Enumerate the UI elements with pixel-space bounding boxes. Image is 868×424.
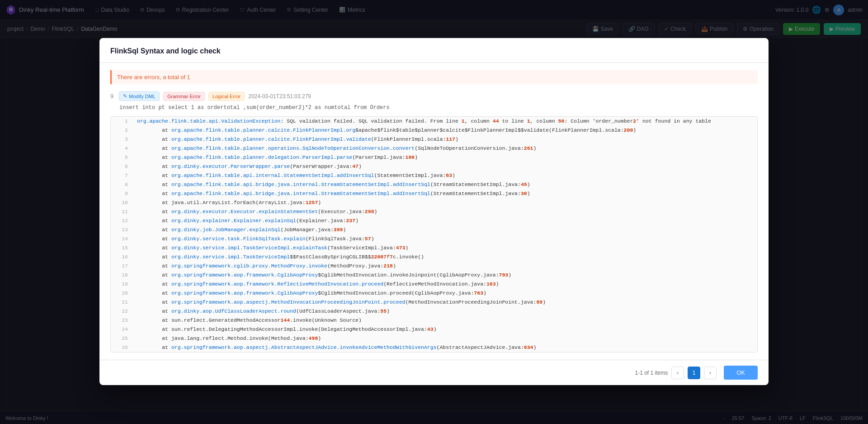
stack-line: 14 at org.dinky.service.task.FlinkSqlTas… bbox=[111, 234, 757, 243]
line-number: 23 bbox=[111, 316, 133, 325]
check-result-modal: FlinkSql Syntax and logic check There ar… bbox=[99, 38, 769, 385]
line-content: at org.apache.flink.table.api.bridge.jav… bbox=[133, 180, 757, 189]
line-content: at org.dinky.service.task.FlinkSqlTask.e… bbox=[133, 234, 757, 243]
stack-trace-container: 1org.apache.flink.table.api.ValidationEx… bbox=[110, 116, 758, 353]
line-content: at org.springframework.aop.aspectj.Metho… bbox=[133, 298, 757, 307]
line-number: 25 bbox=[111, 334, 133, 343]
ok-button[interactable]: OK bbox=[724, 366, 758, 380]
line-number: 15 bbox=[111, 243, 133, 252]
stack-line: 25 at java.lang.reflect.Method.invoke(Me… bbox=[111, 334, 757, 343]
stack-line: 5 at org.apache.flink.table.planner.dele… bbox=[111, 153, 757, 162]
error-summary: There are errors, a total of 1 bbox=[110, 70, 758, 84]
error-item-header: 9 ✎ Modify DML Grammar Error Logical Err… bbox=[110, 91, 758, 101]
line-number: 9 bbox=[111, 189, 133, 198]
stack-line: 24 at sun.reflect.DelegatingMethodAccess… bbox=[111, 325, 757, 334]
line-content: at org.apache.flink.table.planner.delega… bbox=[133, 153, 757, 162]
line-number: 1 bbox=[111, 117, 133, 126]
logical-error-badge[interactable]: Logical Error bbox=[208, 92, 245, 101]
line-number: 14 bbox=[111, 234, 133, 243]
prev-page-button[interactable]: ‹ bbox=[671, 367, 684, 379]
line-number: 7 bbox=[111, 171, 133, 180]
stack-line: 16 at org.dinky.service.impl.TaskService… bbox=[111, 252, 757, 262]
line-content: at org.springframework.aop.framework.Cgl… bbox=[133, 271, 757, 280]
line-number: 2 bbox=[111, 126, 133, 135]
stack-line: 7 at org.apache.flink.table.api.internal… bbox=[111, 171, 757, 180]
line-number: 16 bbox=[111, 252, 133, 262]
line-content: at org.dinky.executor.ParserWrapper.pars… bbox=[133, 162, 757, 171]
stack-line: 10 at java.util.ArrayList.forEach(ArrayL… bbox=[111, 198, 757, 207]
modal-header: FlinkSql Syntax and logic check bbox=[99, 38, 769, 63]
line-number: 4 bbox=[111, 144, 133, 153]
line-number: 10 bbox=[111, 198, 133, 207]
line-number: 13 bbox=[111, 225, 133, 234]
line-number: 3 bbox=[111, 135, 133, 144]
line-content: at org.apache.flink.table.planner.operat… bbox=[133, 144, 757, 153]
modify-dml-badge[interactable]: ✎ Modify DML bbox=[119, 91, 160, 101]
line-content: at org.dinky.job.JobManager.explainSql(J… bbox=[133, 225, 757, 234]
stack-line: 19 at org.springframework.aop.framework.… bbox=[111, 280, 757, 289]
line-content: at org.dinky.explainer.Explainer.explain… bbox=[133, 216, 757, 225]
line-content: at sun.reflect.GeneratedMethodAccessor14… bbox=[133, 316, 757, 325]
line-content: at java.util.ArrayList.forEach(ArrayList… bbox=[133, 198, 757, 207]
next-page-button[interactable]: › bbox=[704, 367, 717, 379]
line-content: at org.dinky.executor.Executor.explainSt… bbox=[133, 207, 757, 216]
line-number: 19 bbox=[111, 280, 133, 289]
line-content: at org.springframework.cglib.proxy.Metho… bbox=[133, 262, 757, 271]
stack-line: 3 at org.apache.flink.table.planner.calc… bbox=[111, 135, 757, 144]
stack-line: 4 at org.apache.flink.table.planner.oper… bbox=[111, 144, 757, 153]
line-content: at org.dinky.service.impl.TaskServiceImp… bbox=[133, 243, 757, 252]
stack-line: 21 at org.springframework.aop.aspectj.Me… bbox=[111, 298, 757, 307]
pagination: 1-1 of 1 items ‹ 1 › bbox=[635, 367, 717, 379]
stack-line: 23 at sun.reflect.GeneratedMethodAccesso… bbox=[111, 316, 757, 325]
line-number: 5 bbox=[111, 153, 133, 162]
modal-body: There are errors, a total of 1 9 ✎ Modif… bbox=[99, 63, 769, 360]
line-content: at org.apache.flink.table.api.bridge.jav… bbox=[133, 189, 757, 198]
edit-icon: ✎ bbox=[123, 93, 127, 99]
line-number: 18 bbox=[111, 271, 133, 280]
stack-line: 9 at org.apache.flink.table.api.bridge.j… bbox=[111, 189, 757, 198]
stack-line: 22 at org.dinky.aop.UdfClassLoaderAspect… bbox=[111, 307, 757, 316]
line-content: at sun.reflect.DelegatingMethodAccessorI… bbox=[133, 325, 757, 334]
line-number: 26 bbox=[111, 343, 133, 352]
line-content: org.apache.flink.table.api.ValidationExc… bbox=[133, 117, 757, 126]
error-item: 9 ✎ Modify DML Grammar Error Logical Err… bbox=[110, 91, 758, 111]
stack-line: 15 at org.dinky.service.impl.TaskService… bbox=[111, 243, 757, 252]
line-content: at org.apache.flink.table.planner.calcit… bbox=[133, 126, 757, 135]
line-content: at org.dinky.service.impl.TaskServiceImp… bbox=[133, 252, 757, 262]
stack-line: 13 at org.dinky.job.JobManager.explainSq… bbox=[111, 225, 757, 234]
line-number: 22 bbox=[111, 307, 133, 316]
line-number: 17 bbox=[111, 262, 133, 271]
modal-footer: 1-1 of 1 items ‹ 1 › OK bbox=[99, 360, 769, 385]
stack-line: 11 at org.dinky.executor.Executor.explai… bbox=[111, 207, 757, 216]
line-content: at org.apache.flink.table.api.internal.S… bbox=[133, 171, 757, 180]
stack-line: 8 at org.apache.flink.table.api.bridge.j… bbox=[111, 180, 757, 189]
line-content: at org.springframework.aop.framework.Cgl… bbox=[133, 289, 757, 298]
line-number: 24 bbox=[111, 325, 133, 334]
line-content: at org.dinky.aop.UdfClassLoaderAspect.ro… bbox=[133, 307, 757, 316]
stack-line: 18 at org.springframework.aop.framework.… bbox=[111, 271, 757, 280]
line-content: at org.springframework.aop.aspectj.Abstr… bbox=[133, 343, 757, 352]
stack-line: 2 at org.apache.flink.table.planner.calc… bbox=[111, 126, 757, 135]
sql-statement: insert into pt select 1 as ordertotal ,s… bbox=[119, 105, 758, 111]
line-number: 8 bbox=[111, 180, 133, 189]
line-number: 21 bbox=[111, 298, 133, 307]
line-content: at org.apache.flink.table.planner.calcit… bbox=[133, 135, 757, 144]
modal-overlay: FlinkSql Syntax and logic check There ar… bbox=[0, 0, 868, 424]
line-content: at java.lang.reflect.Method.invoke(Metho… bbox=[133, 334, 757, 343]
error-line-number: 9 bbox=[110, 93, 113, 100]
stack-line: 12 at org.dinky.explainer.Explainer.expl… bbox=[111, 216, 757, 225]
stack-line: 20 at org.springframework.aop.framework.… bbox=[111, 289, 757, 298]
page-1-button[interactable]: 1 bbox=[688, 367, 700, 379]
grammar-error-badge[interactable]: Grammar Error bbox=[163, 92, 205, 101]
line-content: at org.springframework.aop.framework.Ref… bbox=[133, 280, 757, 289]
stack-line: 26 at org.springframework.aop.aspectj.Ab… bbox=[111, 343, 757, 352]
stack-line: 17 at org.springframework.cglib.proxy.Me… bbox=[111, 262, 757, 271]
line-number: 20 bbox=[111, 289, 133, 298]
modal-title: FlinkSql Syntax and logic check bbox=[110, 47, 221, 55]
error-timestamp: 2024-03-01T23:51:03.279 bbox=[248, 93, 311, 100]
line-number: 12 bbox=[111, 216, 133, 225]
stack-trace-scroll[interactable]: 1org.apache.flink.table.api.ValidationEx… bbox=[111, 117, 757, 352]
stack-line: 6 at org.dinky.executor.ParserWrapper.pa… bbox=[111, 162, 757, 171]
pagination-summary: 1-1 of 1 items bbox=[635, 370, 668, 376]
line-number: 6 bbox=[111, 162, 133, 171]
